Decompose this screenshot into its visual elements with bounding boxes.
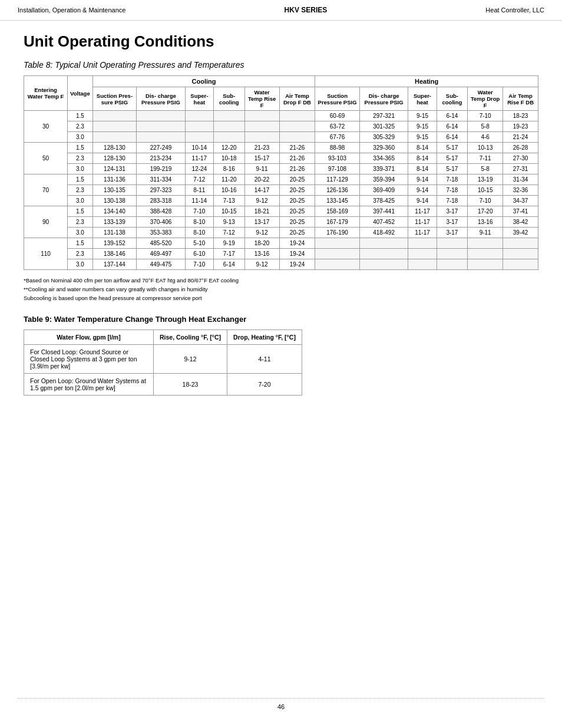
col-voltage: Voltage bbox=[68, 76, 93, 111]
table-row: 3.0131-138353-3838-107-129-1220-25176-19… bbox=[24, 228, 538, 238]
page-content: Unit Operating Conditions Table 8: Typic… bbox=[0, 21, 562, 431]
col-superheat-h: Super- heat bbox=[408, 87, 437, 111]
water-col-drop: Drop, Heating °F, [°C] bbox=[227, 330, 302, 344]
table-row: For Open Loop: Ground Water Systems at 1… bbox=[24, 373, 302, 395]
col-discharge-h: Dis- charge Pressure PSIG bbox=[359, 87, 408, 111]
table-row: 3.067-76305-3299-156-144-621-24 bbox=[24, 132, 538, 143]
water-col-rise: Rise, Cooling °F, [°C] bbox=[154, 330, 227, 344]
col-subcooling-h: Sub- cooling bbox=[437, 87, 468, 111]
heating-group-header: Heating bbox=[315, 76, 538, 87]
page-footer: 46 bbox=[18, 698, 544, 710]
page-number: 46 bbox=[277, 703, 285, 710]
table-row: 3.0124-131199-21912-248-169-1121-2697-10… bbox=[24, 164, 538, 174]
col-suction-h: Suction Pressure PSIG bbox=[315, 87, 360, 111]
table-row: 301.560-69297-3219-156-147-1018-23 bbox=[24, 111, 538, 121]
table-row: 2.3133-139370-4068-109-1313-1720-25167-1… bbox=[24, 217, 538, 228]
col-air-rise: Air Temp Rise F DB bbox=[503, 87, 538, 111]
table-row: 2.363-72301-3259-156-145-819-23 bbox=[24, 121, 538, 132]
table-row: 1101.5139-152485-5205-109-1918-2019-24 bbox=[24, 238, 538, 249]
table-notes: *Based on Nominal 400 cfm per ton airflo… bbox=[24, 276, 538, 303]
note-3: Subcooling is based upon the head pressu… bbox=[24, 294, 538, 302]
water-temp-table: Water Flow, gpm [l/m] Rise, Cooling °F, … bbox=[24, 330, 302, 396]
col-water-drop: Water Temp Drop F bbox=[468, 87, 503, 111]
table-row: 3.0130-138283-31811-147-139-1220-25133-1… bbox=[24, 196, 538, 206]
page-header: Installation, Operation & Maintenance HK… bbox=[0, 0, 562, 21]
table-row: 2.3128-130213-23411-1710-1815-1721-2693-… bbox=[24, 153, 538, 164]
col-entering-water: Entering Water Temp F bbox=[24, 76, 68, 111]
note-1: *Based on Nominal 400 cfm per ton airflo… bbox=[24, 276, 538, 285]
operating-conditions-table: Entering Water Temp F Voltage Cooling He… bbox=[24, 75, 538, 270]
table-row: 2.3138-146469-4976-107-1713-1619-24 bbox=[24, 249, 538, 259]
table9-title: Table 9: Water Temperature Change Throug… bbox=[24, 315, 538, 324]
header-left: Installation, Operation & Maintenance bbox=[18, 6, 125, 14]
cooling-group-header: Cooling bbox=[92, 76, 315, 87]
header-right: Heat Controller, LLC bbox=[485, 6, 544, 14]
table-row: 3.0137-144449-4757-106-149-1219-24 bbox=[24, 259, 538, 270]
header-center: HKV SERIES bbox=[285, 6, 328, 14]
note-2: **Cooling air and water numbers can vary… bbox=[24, 285, 538, 294]
col-subcooling-c: Sub- cooling bbox=[213, 87, 244, 111]
col-superheat-c: Super- heat bbox=[185, 87, 213, 111]
table-row: 2.3130-135297-3238-1110-1614-1720-25126-… bbox=[24, 185, 538, 196]
table-row: For Closed Loop: Ground Source or Closed… bbox=[24, 344, 302, 373]
col-discharge-c: Dis- charge Pressure PSIG bbox=[137, 87, 186, 111]
col-suction-c: Suction Pres- sure PSIG bbox=[92, 87, 137, 111]
water-col-flow: Water Flow, gpm [l/m] bbox=[24, 330, 154, 344]
col-air-drop: Air Temp Drop F DB bbox=[279, 87, 315, 111]
table-row: 501.5128-130227-24910-1412-2021-2321-268… bbox=[24, 143, 538, 153]
page-title: Unit Operating Conditions bbox=[24, 32, 538, 51]
table-row: 901.5134-140388-4287-1010-1518-2120-2515… bbox=[24, 206, 538, 217]
col-water-rise: Water Temp Rise F bbox=[244, 87, 279, 111]
table-row: 701.5131-136311-3347-1211-2020-2220-2511… bbox=[24, 174, 538, 185]
table8-title: Table 8: Typical Unit Operating Pressure… bbox=[24, 60, 538, 70]
